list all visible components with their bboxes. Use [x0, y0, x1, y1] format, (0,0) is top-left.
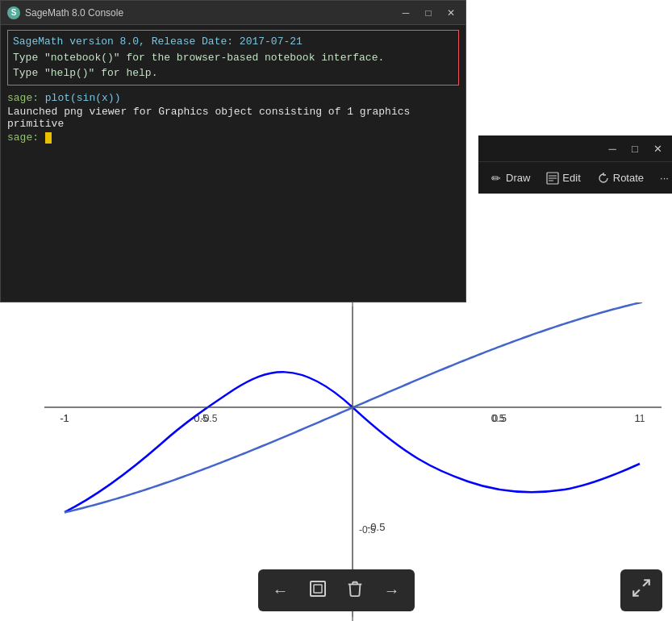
- console-window: S SageMath 8.0 Console ─ □ ✕ SageMath ve…: [0, 0, 466, 302]
- image-viewer-window: ─ □ ✕ ✏ Draw Edit: [478, 135, 672, 194]
- back-button[interactable]: ←: [263, 573, 298, 608]
- console-body: SageMath version 8.0, Release Date: 2017…: [1, 25, 465, 302]
- console-title: SageMath 8.0 Console: [25, 7, 398, 19]
- draw-icon: ✏: [490, 172, 503, 185]
- console-titlebar: S SageMath 8.0 Console ─ □ ✕: [1, 1, 465, 25]
- viewer-close-button[interactable]: ✕: [649, 140, 666, 156]
- viewer-maximize-button[interactable]: □: [627, 140, 643, 156]
- more-icon: ···: [660, 172, 669, 184]
- forward-icon: →: [384, 581, 400, 600]
- console-minimize-button[interactable]: ─: [398, 5, 414, 21]
- edit-icon: [546, 172, 559, 185]
- console-command-2: sage:: [7, 131, 459, 144]
- console-command-1: sage: plot(sin(x)): [7, 92, 459, 104]
- draw-label: Draw: [506, 172, 530, 184]
- viewer-rotate-tool[interactable]: Rotate: [591, 169, 650, 188]
- delete-icon: [346, 580, 364, 602]
- console-controls: ─ □ ✕: [398, 5, 459, 21]
- console-icon: S: [7, 6, 20, 19]
- rotate-icon: [597, 172, 610, 185]
- console-maximize-button[interactable]: □: [420, 5, 436, 21]
- console-help-line2: Type "help()" for help.: [13, 65, 453, 81]
- console-output-1: Launched png viewer for Graphics object …: [7, 106, 459, 130]
- console-version-line: SageMath version 8.0, Release Date: 2017…: [13, 34, 453, 50]
- console-prompt-2: sage:: [7, 131, 45, 144]
- expand-icon: [631, 577, 652, 603]
- delete-button[interactable]: [337, 573, 373, 608]
- rotate-label: Rotate: [613, 172, 644, 184]
- viewer-minimize-button[interactable]: ─: [604, 140, 620, 156]
- svg-line-20: [643, 580, 649, 586]
- back-icon: ←: [273, 581, 289, 600]
- svg-text:-1: -1: [61, 413, 69, 424]
- frame-button[interactable]: [300, 573, 336, 608]
- console-info-box: SageMath version 8.0, Release Date: 2017…: [7, 30, 459, 85]
- frame-icon: [308, 579, 328, 602]
- viewer-draw-tool[interactable]: ✏ Draw: [483, 169, 536, 188]
- svg-text:0.5: 0.5: [491, 413, 505, 424]
- console-prompt-1: sage:: [7, 92, 45, 104]
- svg-line-21: [633, 590, 640, 596]
- svg-rect-19: [314, 585, 322, 593]
- viewer-more-button[interactable]: ···: [653, 169, 672, 187]
- svg-text:-0.5: -0.5: [201, 413, 218, 424]
- svg-text:1: 1: [640, 413, 645, 424]
- viewer-edit-tool[interactable]: Edit: [540, 169, 586, 188]
- console-cmd-text-1: plot(sin(x)): [45, 92, 121, 104]
- console-close-button[interactable]: ✕: [443, 5, 459, 21]
- image-viewer-titlebar: ─ □ ✕: [478, 135, 672, 161]
- console-help-line1: Type "notebook()" for the browser-based …: [13, 50, 453, 66]
- console-cursor: [45, 132, 52, 144]
- bottom-toolbar: ← →: [258, 569, 415, 611]
- svg-rect-18: [311, 581, 325, 596]
- edit-label: Edit: [562, 172, 580, 184]
- expand-button[interactable]: [620, 569, 662, 611]
- svg-text:-0.5: -0.5: [359, 524, 376, 536]
- console-output-text: Launched png viewer for Graphics object …: [7, 106, 410, 130]
- forward-button[interactable]: →: [374, 573, 410, 608]
- viewer-toolbar: ✏ Draw Edit Rotate: [478, 161, 672, 194]
